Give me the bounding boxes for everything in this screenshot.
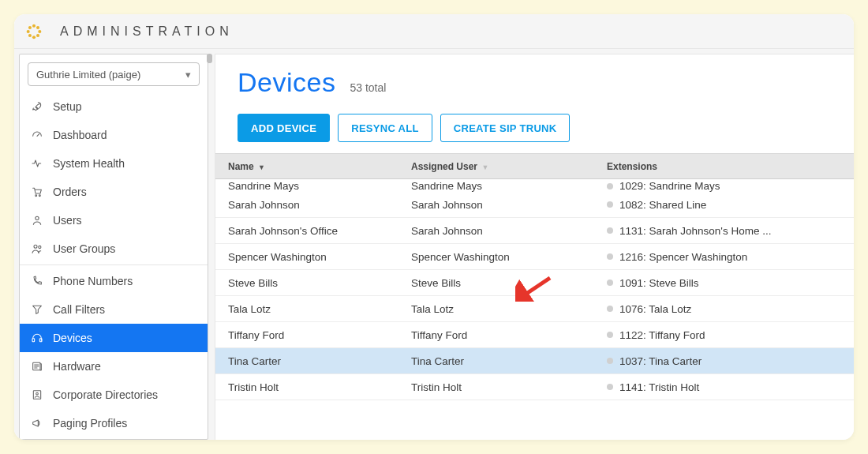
page-header: Devices 53 total bbox=[215, 54, 854, 99]
org-select[interactable]: Guthrie Limited (paige) ▾ bbox=[28, 62, 200, 86]
devices-table: Name ▼ Assigned User ▼ Extensions Sandri… bbox=[215, 153, 854, 440]
sidebar-item-label: Paging Profiles bbox=[53, 417, 127, 430]
status-dot-icon bbox=[607, 280, 613, 286]
column-header-extensions[interactable]: Extensions bbox=[607, 161, 854, 172]
status-dot-icon bbox=[607, 183, 613, 189]
svg-point-12 bbox=[39, 246, 41, 248]
sidebar-wrap: Guthrie Limited (paige) ▾ SetupDashboard… bbox=[14, 49, 210, 440]
sidebar-item-hardware[interactable]: Hardware bbox=[20, 352, 208, 381]
table-row[interactable]: Tala LotzTala Lotz1076: Tala Lotz bbox=[215, 296, 854, 322]
create-sip-trunk-button[interactable]: CREATE SIP TRUNK bbox=[440, 114, 571, 142]
sidebar-item-label: Orders bbox=[53, 186, 87, 198]
topbar: ADMINISTRATION bbox=[14, 14, 854, 49]
sidebar-item-label: Devices bbox=[53, 332, 92, 344]
sidebar-item-corporate-directories[interactable]: Corporate Directories bbox=[20, 381, 208, 409]
column-header-name[interactable]: Name ▼ bbox=[215, 161, 411, 172]
sidebar-item-label: Hardware bbox=[53, 360, 101, 373]
svg-point-0 bbox=[32, 24, 36, 27]
table-header: Name ▼ Assigned User ▼ Extensions bbox=[215, 154, 854, 179]
sidebar-item-paging-profiles[interactable]: Paging Profiles bbox=[20, 409, 208, 437]
sidebar-item-label: Phone Numbers bbox=[53, 275, 133, 287]
phone-icon bbox=[31, 275, 43, 287]
nav-separator bbox=[20, 265, 208, 265]
brand-logo-icon bbox=[25, 23, 43, 40]
sidebar-scrollbar[interactable] bbox=[207, 54, 212, 63]
status-dot-icon bbox=[607, 253, 613, 260]
funnel-icon bbox=[31, 303, 43, 316]
status-dot-icon bbox=[607, 306, 613, 312]
action-button-row: ADD DEVICE RESYNC ALL CREATE SIP TRUNK bbox=[215, 99, 854, 153]
cell-assigned-user: Tiffany Ford bbox=[411, 329, 607, 341]
cell-name: Tristin Holt bbox=[215, 381, 411, 393]
cell-name: Tala Lotz bbox=[215, 303, 411, 315]
content-row: Guthrie Limited (paige) ▾ SetupDashboard… bbox=[14, 49, 854, 440]
status-dot-icon bbox=[607, 358, 613, 364]
sort-inactive-icon: ▼ bbox=[481, 163, 488, 171]
cell-name: Sandrine Mays bbox=[215, 180, 411, 192]
sidebar-item-label: Dashboard bbox=[53, 129, 107, 141]
svg-rect-13 bbox=[32, 339, 35, 342]
svg-point-8 bbox=[36, 195, 37, 197]
sidebar-item-call-filters[interactable]: Call Filters bbox=[20, 295, 208, 324]
users-icon bbox=[31, 242, 43, 255]
cell-extensions: 1076: Tala Lotz bbox=[607, 303, 854, 315]
cell-assigned-user: Sarah Johnson bbox=[411, 225, 607, 237]
gauge-icon bbox=[31, 129, 43, 141]
svg-point-2 bbox=[27, 29, 30, 32]
sidebar-item-user-groups[interactable]: User Groups bbox=[20, 235, 208, 263]
status-dot-icon bbox=[607, 332, 613, 338]
table-row[interactable]: Tina CarterTina Carter1037: Tina Carter bbox=[215, 348, 854, 374]
cell-extensions: 1091: Steve Bills bbox=[607, 277, 854, 289]
table-row[interactable]: Tristin HoltTristin Holt1141: Tristin Ho… bbox=[215, 374, 854, 400]
sidebar-item-label: Users bbox=[53, 214, 82, 227]
svg-point-10 bbox=[36, 216, 39, 219]
cell-assigned-user: Spencer Washington bbox=[411, 251, 607, 263]
cell-extensions: 1141: Tristin Holt bbox=[607, 381, 854, 393]
sidebar-item-users[interactable]: Users bbox=[20, 206, 208, 235]
table-row[interactable]: Spencer WashingtonSpencer Washington1216… bbox=[215, 244, 854, 270]
cell-extensions: 1131: Sarah Johnson's Home ... bbox=[607, 225, 854, 237]
resync-all-button[interactable]: RESYNC ALL bbox=[338, 114, 432, 142]
sidebar: Guthrie Limited (paige) ▾ SetupDashboard… bbox=[19, 54, 208, 440]
headset-icon bbox=[31, 332, 43, 344]
app-frame: ADMINISTRATION Guthrie Limited (paige) ▾… bbox=[14, 14, 854, 440]
add-device-button[interactable]: ADD DEVICE bbox=[238, 114, 330, 142]
table-row[interactable]: Sarah JohnsonSarah Johnson1082: Shared L… bbox=[215, 192, 854, 218]
rocket-icon bbox=[31, 100, 43, 113]
cell-name: Spencer Washington bbox=[215, 251, 411, 263]
table-row[interactable]: Sarah Johnson's OfficeSarah Johnson1131:… bbox=[215, 218, 854, 244]
sidebar-item-setup[interactable]: Setup bbox=[20, 92, 208, 121]
sidebar-item-phone-numbers[interactable]: Phone Numbers bbox=[20, 267, 208, 295]
cell-assigned-user: Tala Lotz bbox=[411, 303, 607, 315]
sidebar-item-label: Call Filters bbox=[53, 303, 105, 316]
page-count: 53 total bbox=[350, 81, 386, 94]
cell-name: Sarah Johnson's Office bbox=[215, 225, 411, 237]
cell-extensions: 1037: Tina Carter bbox=[607, 355, 854, 367]
status-dot-icon bbox=[607, 384, 613, 390]
sidebar-item-orders[interactable]: Orders bbox=[20, 178, 208, 206]
column-header-assigned-user[interactable]: Assigned User ▼ bbox=[411, 161, 607, 172]
cell-name: Tiffany Ford bbox=[215, 329, 411, 341]
topbar-title: ADMINISTRATION bbox=[60, 24, 234, 39]
sidebar-item-devices[interactable]: Devices bbox=[20, 324, 208, 352]
table-row[interactable]: Tiffany FordTiffany Ford1122: Tiffany Fo… bbox=[215, 322, 854, 348]
sidebar-item-dashboard[interactable]: Dashboard bbox=[20, 121, 208, 149]
sidebar-item-label: System Health bbox=[53, 157, 125, 170]
table-row[interactable]: Sandrine MaysSandrine Mays1029: Sandrine… bbox=[215, 179, 854, 192]
cell-extensions: 1082: Shared Line bbox=[607, 199, 854, 211]
cell-extensions: 1122: Tiffany Ford bbox=[607, 329, 854, 341]
svg-point-5 bbox=[36, 25, 39, 28]
sidebar-item-paging-realms[interactable]: Paging Realms bbox=[20, 437, 208, 440]
sidebar-item-system-health[interactable]: System Health bbox=[20, 149, 208, 178]
cell-extensions: 1029: Sandrine Mays bbox=[607, 180, 854, 192]
svg-point-6 bbox=[28, 34, 32, 37]
cell-name: Tina Carter bbox=[215, 355, 411, 367]
caret-down-icon: ▾ bbox=[185, 69, 191, 81]
cell-assigned-user: Sarah Johnson bbox=[411, 199, 607, 211]
table-row[interactable]: Steve BillsSteve Bills1091: Steve Bills bbox=[215, 270, 854, 296]
cell-name: Steve Bills bbox=[215, 277, 411, 289]
cell-extensions: 1216: Spencer Washington bbox=[607, 251, 854, 263]
sidebar-item-label: Setup bbox=[53, 100, 82, 113]
sort-desc-icon: ▼ bbox=[258, 163, 265, 171]
org-select-label: Guthrie Limited (paige) bbox=[36, 69, 140, 81]
